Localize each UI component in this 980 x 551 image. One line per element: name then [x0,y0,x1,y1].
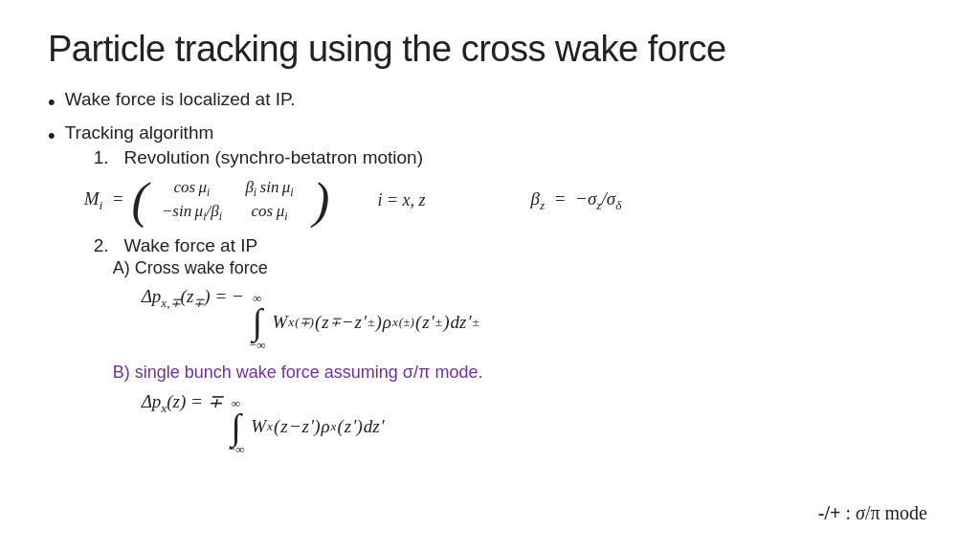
note-text: -/+ [818,502,841,523]
cross-wake-formula: Δpx,∓(z∓) = − ∞ ∫ −∞ Wx(∓)(z∓ − z′±)ρx(±… [142,286,622,352]
sub-b-label: B) single bunch wake force assuming σ/π … [113,363,622,383]
slide-title: Particle tracking using the cross wake f… [48,29,932,70]
numbered-list-2: 2. Wake force at IP A) Cross wake force … [65,235,622,457]
bullet-list: • Wake force is localized at IP. • Track… [48,89,932,467]
matrix-lhs: Mi = [84,188,124,213]
single-bunch-formula: Δpx(z) = ∓ ∞ ∫ −∞ Wx(z − z′)ρx(z′)dz′ [142,390,622,457]
bullet-item-2: • Tracking algorithm 1. Revolution (sync… [48,122,932,467]
numbered-label-1: 1. Revolution (synchro-betatron motion) [94,147,423,167]
sub-a-label: A) Cross wake force [113,258,622,278]
bottom-right-note: -/+ : σ/π mode [818,502,927,524]
i-eq-xz: i = x, z [377,190,425,210]
matrix-r2c2: cos μi [239,202,300,224]
matrix-grid: cos μi βi sin μi −sin μi/βi cos μi [156,174,305,229]
integral-bounds-cross: ∞ ∫ −∞ [249,291,266,352]
integral-sign-cross: ∫ [252,306,261,337]
cross-wake-eq: Δpx,∓(z∓) = − [142,286,249,306]
bullet-dot-2: • [48,122,56,150]
beta-z-eq: βz = −σz/σδ [531,188,622,213]
matrix-r1c2: βi sin μi [239,178,300,200]
paren-left: ( [132,176,148,226]
matrix-formula-block: Mi = ( cos μi βi sin μi −sin μi/βi cos μ… [84,174,622,229]
numbered-list: 1. Revolution (synchro-betatron motion) [65,147,622,168]
bullet-content-2: Tracking algorithm 1. Revolution (synchr… [65,122,622,467]
matrix-equation: Mi = ( cos μi βi sin μi −sin μi/βi cos μ… [84,174,330,229]
single-bunch-eq: Δpx(z) = ∓ [142,391,228,411]
integral-single: ∞ ∫ −∞ Wx(z − z′)ρx(z′)dz′ [227,396,384,457]
bullet-item-1: • Wake force is localized at IP. [48,89,932,117]
slide-container: Particle tracking using the cross wake f… [0,0,980,551]
bullet-text-2: Tracking algorithm [65,122,214,143]
lower-bound-cross: −∞ [249,338,266,353]
numbered-label-2: 2. Wake force at IP [94,235,257,255]
paren-right: ) [313,176,329,226]
integral-sign-single: ∫ [231,411,240,442]
lower-bound-single: −∞ [227,442,244,457]
numbered-item-2: 2. Wake force at IP A) Cross wake force … [94,235,622,457]
integral-cross: ∞ ∫ −∞ Wx(∓)(z∓ − z′±)ρx(±)(z′±)dz′± [249,291,479,352]
bullet-text-1: Wake force is localized at IP. [65,89,296,110]
matrix-r1c1: cos μi [162,178,222,200]
integral-bounds-single: ∞ ∫ −∞ [227,396,244,457]
note-math: : σ/π mode [845,502,927,523]
matrix-r2c1: −sin μi/βi [162,202,222,224]
bullet-dot-1: • [48,89,56,117]
numbered-item-1: 1. Revolution (synchro-betatron motion) [94,147,622,168]
